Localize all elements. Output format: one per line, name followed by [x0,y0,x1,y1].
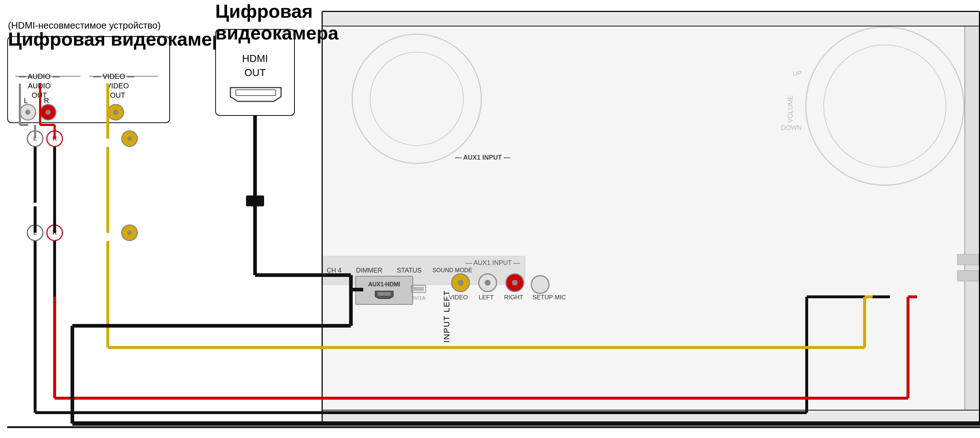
aux1-input-overlay-label: — AUX1 INPUT — [455,154,510,161]
left-label: LEFT [475,294,497,301]
svg-rect-32 [246,196,264,206]
aux1-hdmi-label: AUX1·HDMI [368,281,400,288]
usb-label: 5V/1A [412,295,425,301]
volume-label: VOLUME [787,95,794,123]
video-out-label: VIDEO OUT [107,81,129,100]
video-rca-connector [451,273,470,292]
dimmer-label: DIMMER [356,267,382,274]
video-section-label: — VIDEO — [93,72,134,81]
video-rca [107,104,124,121]
right-label: RIGHT [503,294,525,301]
video-plug-bottom [121,225,138,241]
hdmi-socket-symbol [227,84,285,104]
left-rca-connector [478,273,497,292]
svg-rect-2 [413,287,424,291]
analog-camera-title: Цифровая видеокамера [8,28,234,50]
usb-port-icon [409,284,428,294]
main-device: UP DOWN VOLUME CH 4 DIMMER STATUS SOUND … [321,11,980,424]
audio-r-rca [40,104,56,121]
hdmi-out-label: HDMI OUT [216,51,294,80]
mic-connector [531,275,549,294]
input-left-text: INPUT LEFT [442,290,452,343]
audio-section-label: — AUDIO — [19,72,60,81]
video-plug-top [121,130,138,147]
audio-plug-r-bottom: R [46,225,63,241]
svg-rect-3 [236,90,276,96]
aux1-input-bar: — AUX1 INPUT — [442,259,543,267]
right-connector-area [964,26,979,410]
bottom-bar [323,410,979,422]
digital-camera-title: Цифровая видеокамера [215,1,339,44]
audio-plug-l-bottom: L [27,225,43,241]
speaker-right-inner [823,45,947,167]
speaker-left-inner [370,52,464,146]
status-label: STATUS [397,267,422,274]
audio-plug-l-top: L [27,130,43,147]
audio-l-rca [19,104,36,121]
setup-mic-label: SETUP MIC [533,294,566,301]
sound-mode-label: SOUND MODE [432,267,472,274]
aux1-input-label: — AUX1 INPUT — [466,259,520,267]
ch4-label: CH 4 [327,267,342,274]
top-bar [323,12,979,26]
usb-port-area: 5V/1A [401,281,437,303]
right-rca-connector [505,273,524,292]
down-label: DOWN [781,124,802,132]
svg-rect-0 [378,292,391,296]
hdmi-port-icon [373,289,395,299]
up-label: UP [792,70,802,78]
diagram-container: UP DOWN VOLUME CH 4 DIMMER STATUS SOUND … [0,0,980,438]
audio-plug-r-top: R [46,130,63,147]
